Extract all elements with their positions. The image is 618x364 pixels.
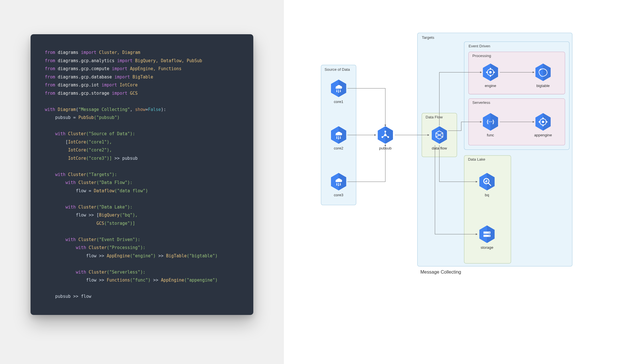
node-label: appengine — [534, 133, 552, 137]
node-engine: engine — [483, 64, 498, 88]
node-label: bigtable — [536, 84, 550, 88]
node-appengine: appengine — [534, 113, 552, 137]
node-label: core2 — [334, 146, 343, 150]
node-label: data flow — [432, 146, 447, 150]
node-label: func — [487, 133, 494, 137]
page: from diagrams import Cluster, Diagram fr… — [0, 0, 618, 364]
keyword-from: from — [45, 50, 55, 55]
node-label: core1 — [334, 100, 343, 104]
cluster-label: Source of Data — [325, 67, 350, 72]
node-pubsub: pubsub — [378, 126, 393, 151]
cluster-label: Targets — [422, 35, 434, 40]
code-card: from diagrams import Cluster, Diagram fr… — [31, 34, 253, 315]
node-storage: storage — [479, 225, 495, 250]
node-label: bq — [485, 193, 489, 197]
pubsub-icon — [378, 126, 393, 144]
diagram-title: Message Collecting — [420, 269, 461, 274]
node-bigtable: bigtable — [535, 64, 551, 88]
cluster-label: Processing — [472, 54, 491, 58]
diagram-pane: {···} — [284, 0, 618, 364]
node-label: core3 — [334, 193, 343, 197]
node-label: engine — [485, 84, 496, 88]
cluster-label: Data Lake — [468, 157, 485, 161]
node-label: storage — [481, 245, 493, 250]
cluster-label: Data Flow — [426, 115, 443, 119]
keyword-import: import — [81, 50, 96, 55]
cluster-label: Event Driven — [469, 44, 490, 48]
node-label: pubsub — [379, 146, 392, 150]
cluster-label: Serverless — [472, 100, 490, 105]
code-pane: from diagrams import Cluster, Diagram fr… — [0, 0, 284, 364]
architecture-diagram: {···} — [318, 29, 575, 285]
node-dataflow: data flow — [432, 126, 447, 151]
